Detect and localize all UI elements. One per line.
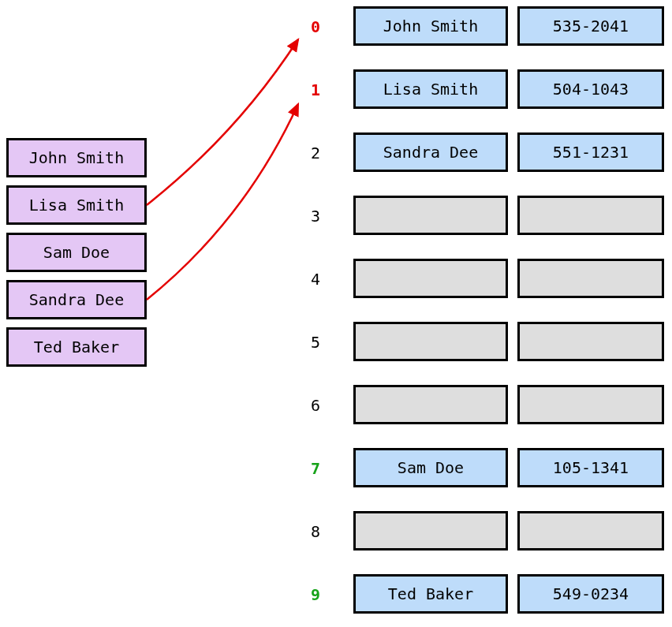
bucket-name: Ted Baker [353,574,508,614]
bucket-name-label: Sam Doe [356,450,506,485]
bucket-phone-label: 105-1341 [520,450,662,485]
index-label: 3 [297,207,320,226]
key-cell: Lisa Smith [6,185,147,225]
bucket-name-label: Lisa Smith [356,72,506,106]
key-cell: Sandra Dee [6,280,147,319]
arrow-icon [147,104,298,300]
bucket-name-label: Ted Baker [356,577,506,611]
key-cell: Sam Doe [6,233,147,272]
bucket-phone: 535-2041 [517,6,664,46]
index-label: 4 [297,270,320,289]
index-label: 7 [297,459,320,478]
key-cell: Ted Baker [6,327,147,367]
index-label: 8 [297,522,320,541]
key-label: John Smith [9,140,144,175]
bucket-phone-label: 504-1043 [520,72,662,106]
bucket-name [353,259,508,298]
key-label: Sam Doe [9,235,144,270]
bucket-name [353,511,508,550]
bucket-phone: 105-1341 [517,448,664,487]
bucket-phone: 504-1043 [517,69,664,109]
index-label: 9 [297,585,320,604]
key-label: Sandra Dee [9,282,144,317]
bucket-name: Lisa Smith [353,69,508,109]
bucket-name [353,196,508,235]
index-label: 6 [297,396,320,415]
bucket-name: John Smith [353,6,508,46]
arrow-icon [147,39,298,205]
key-cell: John Smith [6,138,147,177]
bucket-phone-label: 551-1231 [520,135,662,170]
key-label: Lisa Smith [9,188,144,222]
bucket-phone: 549-0234 [517,574,664,614]
index-label: 5 [297,333,320,352]
bucket-phone: 551-1231 [517,132,664,172]
index-label: 0 [297,17,320,36]
bucket-name: Sandra Dee [353,132,508,172]
bucket-name [353,322,508,361]
bucket-phone [517,322,664,361]
key-label: Ted Baker [9,330,144,364]
bucket-phone [517,196,664,235]
bucket-phone-label: 535-2041 [520,9,662,43]
bucket-phone-label: 549-0234 [520,577,662,611]
bucket-phone [517,259,664,298]
bucket-name [353,385,508,424]
index-label: 2 [297,144,320,162]
bucket-phone [517,511,664,550]
bucket-phone [517,385,664,424]
bucket-name-label: Sandra Dee [356,135,506,170]
index-label: 1 [297,80,320,99]
bucket-name-label: John Smith [356,9,506,43]
bucket-name: Sam Doe [353,448,508,487]
